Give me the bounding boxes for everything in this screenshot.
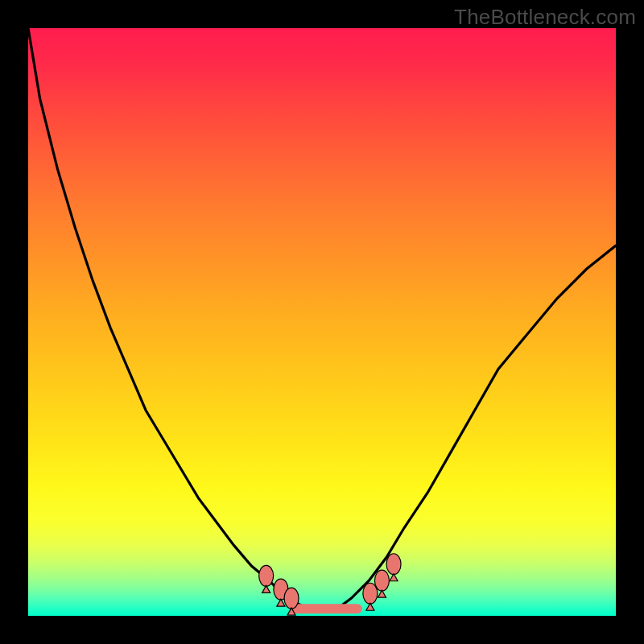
svg-point-3: [284, 588, 299, 609]
watermark-label: TheBottleneck.com: [454, 5, 636, 30]
curve-marker: [284, 588, 299, 615]
markers-layer: [28, 28, 616, 616]
chart-container: TheBottleneck.com: [0, 0, 644, 644]
svg-point-5: [374, 570, 389, 591]
svg-point-1: [259, 565, 274, 586]
plot-area: [28, 28, 616, 616]
curve-marker: [259, 565, 274, 592]
svg-point-6: [386, 554, 401, 575]
curve-marker: [363, 583, 378, 610]
svg-point-4: [363, 583, 378, 604]
